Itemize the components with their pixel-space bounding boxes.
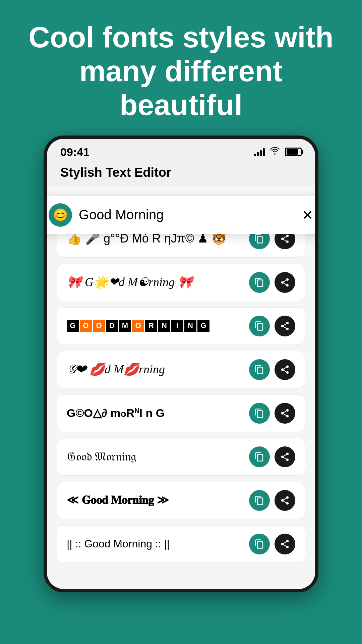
font-text-8: || :: Good Morning :: || [67, 537, 242, 551]
status-icons [254, 147, 302, 158]
share-button-3[interactable] [275, 316, 295, 336]
font-text-6: 𝔊𝔬𝔬𝔡 𝔐𝔬𝔯𝔫𝔦𝔫𝔤 [67, 449, 242, 465]
share-button-5[interactable] [275, 403, 295, 424]
font-actions-7 [249, 490, 295, 511]
wifi-icon [269, 147, 280, 158]
copy-icon-1 [254, 234, 264, 244]
font-text-3: G O O D M O R N I N G [67, 320, 242, 332]
input-bar[interactable]: 😊 Good Morning ✕ [44, 196, 318, 234]
font-text-2: 🎀 G🌟❤d M☯rning 🎀 [67, 274, 242, 290]
font-actions-4 [249, 359, 295, 380]
copy-button-4[interactable] [249, 359, 270, 380]
font-item-2: 🎀 G🌟❤d M☯rning 🎀 [57, 264, 305, 301]
font-item-8: || :: Good Morning :: || [57, 525, 305, 563]
copy-icon-4 [254, 365, 264, 375]
share-icon-8 [280, 539, 290, 549]
input-text-display[interactable]: Good Morning [79, 207, 295, 222]
share-icon-2 [280, 277, 290, 287]
app-title-bar: Stylish Text Editor [47, 162, 315, 186]
emoji-avatar: 😊 [49, 203, 72, 227]
font-item-5: G©O△∂ moRNI n G [57, 394, 305, 432]
copy-button-3[interactable] [249, 316, 270, 336]
copy-icon-5 [254, 408, 264, 418]
copy-icon-6 [254, 452, 264, 462]
font-item-4: 𝒢❤ 💋d M💋rning [57, 351, 305, 388]
share-icon-4 [280, 365, 290, 375]
share-button-8[interactable] [275, 534, 295, 554]
copy-icon-8 [254, 539, 264, 549]
copy-button-5[interactable] [249, 403, 270, 424]
share-icon-3 [280, 321, 290, 331]
font-list: 👍 🎤 g°°Đ Mó R ηJπ© ♟ 🐯 [57, 220, 305, 563]
font-item-3: G O O D M O R N I N G [57, 307, 305, 345]
app-title: Stylish Text Editor [60, 165, 171, 179]
font-text-7: ≪ 𝐆𝐨𝐨𝐝 𝐌𝐨𝐫𝐧𝐢𝐧𝐠 ≫ [67, 493, 242, 507]
font-actions-3 [249, 316, 295, 336]
share-button-6[interactable] [275, 446, 295, 467]
font-actions-6 [249, 446, 295, 467]
copy-button-2[interactable] [249, 272, 270, 293]
font-actions-5 [249, 403, 295, 424]
font-text-4: 𝒢❤ 💋d M💋rning [67, 362, 242, 377]
share-icon-6 [280, 452, 290, 462]
copy-icon-2 [254, 277, 264, 287]
signal-icon [254, 148, 265, 156]
copy-button-6[interactable] [249, 446, 270, 467]
share-button-7[interactable] [275, 490, 295, 511]
share-button-4[interactable] [275, 359, 295, 380]
share-icon-1 [280, 234, 290, 244]
font-item-6: 𝔊𝔬𝔬𝔡 𝔐𝔬𝔯𝔫𝔦𝔫𝔤 [57, 438, 305, 476]
copy-button-7[interactable] [249, 490, 270, 511]
header-section: Cool fonts styles with many different be… [0, 0, 362, 136]
font-actions-8 [249, 534, 295, 554]
phone-content: 👍 🎤 g°°Đ Mó R ηJπ© ♟ 🐯 [47, 186, 315, 589]
share-icon-7 [280, 495, 290, 505]
status-bar: 09:41 [47, 139, 315, 162]
font-item-7: ≪ 𝐆𝐨𝐨𝐝 𝐌𝐨𝐫𝐧𝐢𝐧𝐠 ≫ [57, 482, 305, 519]
font-text-5: G©O△∂ moRNI n G [67, 406, 242, 420]
font-actions-2 [249, 272, 295, 293]
copy-icon-3 [254, 321, 264, 331]
header-title: Cool fonts styles with many different be… [27, 20, 335, 122]
copy-button-8[interactable] [249, 534, 270, 554]
share-button-2[interactable] [275, 272, 295, 293]
copy-icon-7 [254, 495, 264, 505]
status-time: 09:41 [60, 146, 89, 159]
share-icon-5 [280, 408, 290, 418]
close-button[interactable]: ✕ [302, 207, 313, 223]
phone-mockup: 09:41 Stylish Text Editor [44, 136, 318, 592]
battery-icon [285, 148, 302, 156]
